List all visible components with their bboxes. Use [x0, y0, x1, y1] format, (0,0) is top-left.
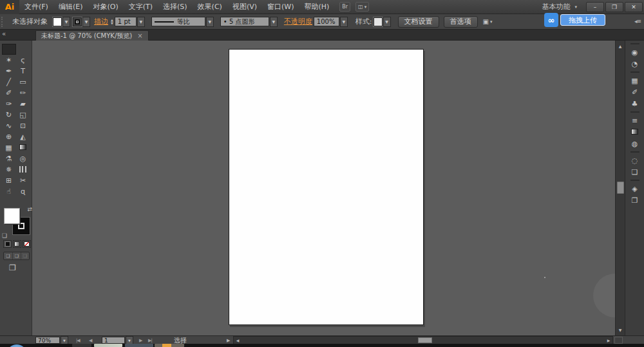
opacity-panel-link[interactable]: 不透明度 [284, 17, 312, 26]
layers-panel-icon[interactable]: ◈ [625, 183, 644, 194]
start-button[interactable] [6, 344, 27, 347]
scroll-up-icon[interactable]: ▲ [616, 42, 625, 50]
eraser-tool[interactable]: ▰ [16, 98, 30, 109]
close-button[interactable]: ✕ [625, 2, 643, 12]
color-button[interactable] [3, 240, 12, 248]
menu-item[interactable]: 选择(S) [158, 0, 193, 14]
scroll-down-icon[interactable]: ▼ [616, 326, 625, 334]
pen-tool[interactable]: ✒ [2, 66, 16, 77]
stroke-panel-link[interactable]: 描边 [94, 17, 108, 26]
horizontal-scrollbar-thumb[interactable] [418, 337, 432, 343]
close-tab-icon[interactable]: × [137, 32, 142, 39]
opacity-dropdown[interactable]: ▼ [340, 17, 348, 27]
color-guide-panel-icon[interactable]: ◔ [625, 58, 644, 70]
stroke-width-dropdown[interactable]: ▼ [137, 17, 145, 27]
brushes-panel-icon[interactable]: ✐ [625, 86, 644, 98]
style-swatch[interactable] [374, 17, 383, 26]
stroke-color-dropdown[interactable]: ▼ [82, 17, 90, 27]
stroke-color-swatch[interactable] [73, 17, 82, 26]
menu-item[interactable]: 视图(V) [227, 0, 262, 14]
gradient-button[interactable] [13, 240, 21, 248]
status-options-icon[interactable]: ▶ [227, 338, 230, 343]
isolate-selected-button[interactable]: ▣▾ [483, 18, 493, 25]
document-tab[interactable]: 未标题-1 @ 70% (CMYK/预览) × [35, 30, 149, 41]
artboard-number-field[interactable]: 1 [102, 337, 125, 344]
free-transform-tool[interactable]: ⊡ [16, 120, 30, 131]
workspace-switcher[interactable]: 基本功能▾ [542, 2, 577, 12]
slice-tool[interactable]: ✂ [16, 175, 30, 186]
document-setup-button[interactable]: 文档设置 [398, 16, 439, 28]
menu-item[interactable]: 效果(C) [193, 0, 227, 14]
zoom-level-field[interactable]: 70% [35, 337, 60, 344]
hand-tool[interactable]: ☝ [2, 186, 16, 197]
screen-mode-button[interactable]: ❐ [9, 263, 16, 272]
draw-normal-button[interactable]: ❏ [4, 252, 12, 259]
scale-tool[interactable]: ◱ [16, 109, 30, 120]
color-panel-icon[interactable]: ◉ [625, 46, 644, 58]
symbol-sprayer-tool[interactable]: ✵ [2, 164, 16, 175]
symbols-panel-icon[interactable]: ♣ [625, 98, 644, 109]
pencil-tool[interactable]: ✏ [16, 88, 30, 98]
menu-item[interactable]: 文件(F) [19, 0, 53, 14]
menu-item[interactable]: 对象(O) [88, 0, 123, 14]
none-button[interactable] [23, 240, 31, 248]
blob-brush-tool[interactable]: ✑ [2, 98, 16, 109]
direct-selection-tool[interactable] [16, 44, 30, 55]
draw-inside-button[interactable]: ❏ [21, 252, 29, 259]
rotate-tool[interactable]: ↻ [2, 109, 16, 120]
menu-item[interactable]: 编辑(E) [53, 0, 88, 14]
appearance-panel-icon[interactable]: ◌ [625, 155, 644, 166]
width-profile-field[interactable]: 等比 [151, 17, 205, 26]
menu-item[interactable]: 文字(T) [124, 0, 158, 14]
shape-builder-tool[interactable]: ⊕ [2, 131, 16, 142]
stroke-width-stepper[interactable]: ▲▼ [111, 19, 113, 25]
perspective-grid-tool[interactable]: ◭ [16, 131, 30, 142]
minimize-button[interactable]: – [586, 2, 604, 12]
drag-upload-button[interactable]: 拖拽上传 [560, 14, 605, 26]
brush-definition-field[interactable]: • 5 点圆形 [220, 17, 269, 26]
transparency-panel-icon[interactable]: ◍ [625, 138, 644, 149]
rectangle-tool[interactable]: ▭ [16, 77, 30, 88]
type-tool[interactable]: T [16, 66, 30, 77]
dock-grip[interactable] [625, 41, 644, 46]
scroll-left-icon[interactable]: ◀ [234, 337, 242, 344]
taskbar-item[interactable] [72, 344, 91, 347]
fill-color-dropdown[interactable]: ▼ [62, 17, 70, 27]
gradient-tool[interactable] [16, 142, 30, 153]
magic-wand-tool[interactable]: ✶ [2, 55, 16, 66]
stroke-panel-icon[interactable]: ≡ [625, 115, 644, 126]
brush-definition-dropdown[interactable]: ▼ [270, 17, 278, 27]
mesh-tool[interactable]: ▦ [2, 142, 16, 153]
blend-tool[interactable]: ◎ [16, 153, 30, 164]
taskbar-item[interactable] [155, 344, 184, 347]
graphic-styles-panel-icon[interactable]: ❏ [625, 166, 644, 178]
artboards-panel-icon[interactable]: ❐ [625, 194, 644, 206]
zoom-tool[interactable]: ɋ [16, 186, 30, 197]
gradient-panel-icon[interactable] [625, 126, 644, 138]
cloud-app-icon[interactable]: ∞ [544, 13, 558, 27]
scroll-right-icon[interactable]: ▶ [605, 337, 612, 344]
fill-color-swatch[interactable] [53, 17, 62, 26]
taskbar-item[interactable] [94, 344, 122, 347]
paintbrush-tool[interactable]: ✐ [2, 88, 16, 98]
artboard[interactable] [229, 49, 424, 325]
menu-item[interactable]: 帮助(H) [299, 0, 334, 14]
style-dropdown[interactable]: ▼ [383, 17, 391, 27]
control-panel-menu-icon[interactable]: ◂≡ [634, 18, 641, 24]
eyedropper-tool[interactable]: ⚗ [2, 153, 16, 164]
width-tool[interactable]: ∿ [2, 120, 16, 131]
lasso-tool[interactable]: ς [16, 55, 30, 66]
preferences-button[interactable]: 首选项 [444, 16, 478, 28]
draw-behind-button[interactable]: ❏ [12, 252, 21, 259]
arrange-documents-button[interactable]: ◫▾ [355, 2, 369, 12]
artboard-tool[interactable]: ⊞ [2, 175, 16, 186]
menu-item[interactable]: 窗口(W) [262, 0, 299, 14]
canvas-area[interactable] [32, 41, 615, 335]
vertical-scrollbar[interactable]: ▲ ▼ [615, 41, 625, 335]
stroke-width-field[interactable]: 1 pt [115, 17, 137, 26]
swatches-panel-icon[interactable]: ▦ [625, 75, 644, 86]
restore-button[interactable]: ❐ [605, 2, 623, 12]
column-graph-tool[interactable] [16, 164, 30, 175]
collapse-tools-icon[interactable]: « [2, 30, 6, 37]
taskbar-item[interactable] [125, 344, 153, 347]
